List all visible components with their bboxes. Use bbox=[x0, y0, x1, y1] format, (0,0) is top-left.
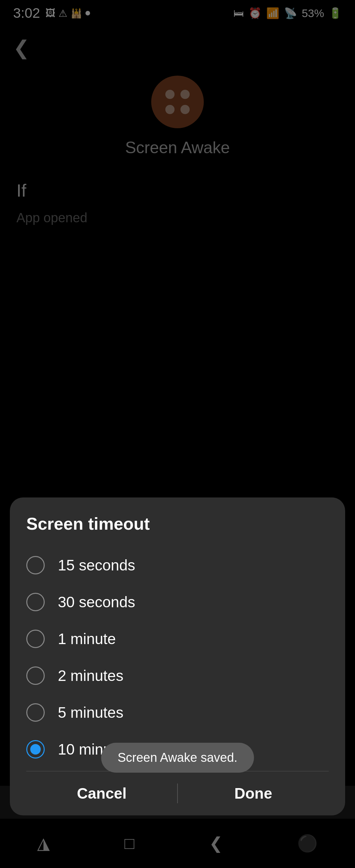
dialog-title: Screen timeout bbox=[26, 514, 329, 534]
radio-label-1m: 1 minute bbox=[58, 630, 116, 648]
radio-option-1m[interactable]: 1 minute bbox=[26, 620, 329, 657]
radio-circle-2m bbox=[26, 666, 45, 685]
cancel-button[interactable]: Cancel bbox=[26, 771, 177, 815]
radio-options-list: 15 seconds30 seconds1 minute2 minutes5 m… bbox=[26, 547, 329, 768]
radio-option-15s[interactable]: 15 seconds bbox=[26, 547, 329, 584]
radio-label-15s: 15 seconds bbox=[58, 556, 135, 574]
dialog-buttons: Cancel Done bbox=[26, 771, 329, 815]
toast-message: Screen Awake saved. bbox=[101, 743, 254, 773]
radio-circle-10m bbox=[26, 740, 45, 758]
radio-label-2m: 2 minutes bbox=[58, 667, 123, 685]
done-button[interactable]: Done bbox=[178, 771, 329, 815]
radio-option-2m[interactable]: 2 minutes bbox=[26, 657, 329, 694]
radio-option-5m[interactable]: 5 minutes bbox=[26, 694, 329, 731]
radio-circle-30s bbox=[26, 593, 45, 611]
radio-circle-15s bbox=[26, 556, 45, 575]
radio-label-5m: 5 minutes bbox=[58, 704, 123, 721]
radio-option-30s[interactable]: 30 seconds bbox=[26, 584, 329, 620]
radio-circle-5m bbox=[26, 703, 45, 722]
radio-label-30s: 30 seconds bbox=[58, 593, 135, 611]
radio-circle-1m bbox=[26, 630, 45, 648]
